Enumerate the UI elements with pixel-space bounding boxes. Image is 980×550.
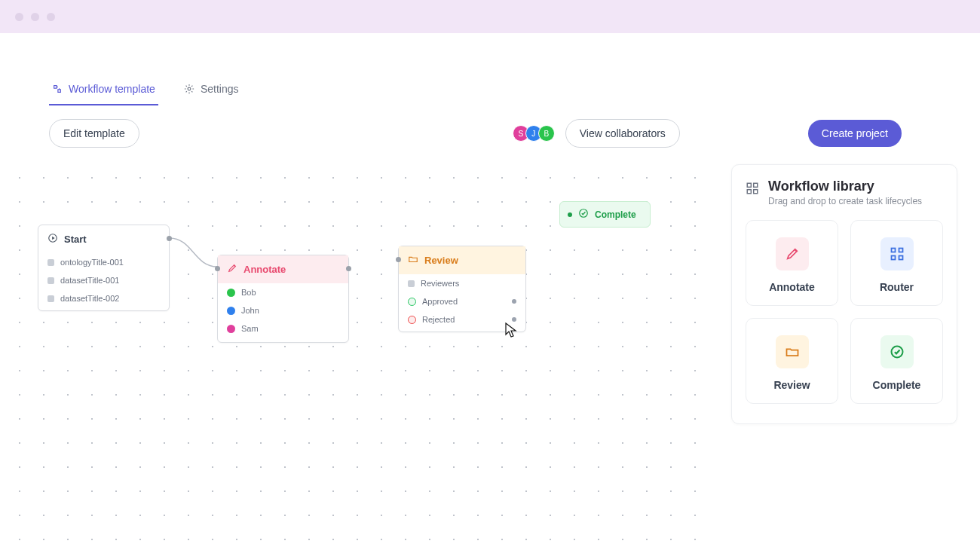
cursor-pointer-icon (505, 322, 517, 341)
library-title: Workflow library (768, 179, 922, 194)
collaborator-avatars: S J B (516, 125, 555, 142)
card-label: Annotate (769, 281, 815, 293)
list-item: datasetTitle-001 (38, 271, 169, 289)
list-item: John (218, 301, 348, 319)
item-label: ontologyTitle-001 (60, 258, 124, 267)
node-start[interactable]: Start ontologyTitle-001 datasetTitle-001… (38, 225, 170, 311)
window-titlebar (0, 0, 980, 33)
traffic-light-close[interactable] (15, 13, 23, 21)
traffic-light-minimize[interactable] (31, 13, 39, 21)
svg-rect-5 (747, 190, 751, 194)
output-port[interactable] (346, 266, 351, 271)
output-port[interactable] (512, 317, 516, 322)
person-name: John (241, 306, 259, 315)
svg-rect-7 (891, 249, 895, 252)
list-item: Sam (218, 319, 348, 342)
tab-label: Workflow template (69, 83, 155, 95)
play-icon (47, 233, 58, 246)
view-collaborators-button[interactable]: View collaborators (565, 119, 680, 148)
library-card-router[interactable]: Router (850, 220, 943, 306)
item-label: Approved (422, 297, 458, 306)
input-port[interactable] (396, 257, 401, 262)
library-card-review[interactable]: Review (746, 318, 838, 404)
item-icon (47, 277, 54, 284)
tab-workflow-template[interactable]: Workflow template (49, 77, 158, 105)
pencil-icon (776, 237, 809, 270)
card-label: Complete (873, 379, 921, 391)
node-review[interactable]: Review Reviewers Approved Rejected (398, 246, 526, 332)
x-icon (408, 316, 416, 324)
library-card-annotate[interactable]: Annotate (746, 220, 838, 306)
tab-label: Settings (201, 83, 239, 95)
library-card-complete[interactable]: Complete (850, 318, 943, 404)
item-icon (47, 295, 54, 302)
avatar[interactable]: B (538, 125, 555, 142)
node-title: Complete (595, 209, 636, 220)
gear-icon (184, 84, 194, 94)
workflow-library-panel: Workflow library Drag and drop to create… (731, 164, 957, 424)
item-label: Reviewers (421, 279, 459, 288)
check-circle-icon (880, 335, 914, 368)
item-icon (408, 280, 415, 287)
list-item: Reviewers (399, 274, 525, 292)
create-project-button[interactable]: Create project (808, 120, 902, 147)
grid-icon (746, 182, 759, 195)
person-dot (227, 325, 235, 333)
library-subtitle: Drag and drop to create task lifecycles (768, 196, 922, 206)
tab-settings[interactable]: Settings (181, 77, 242, 105)
list-item: datasetTitle-002 (38, 289, 169, 310)
item-icon (47, 259, 54, 266)
card-label: Review (773, 379, 810, 391)
check-circle-icon (578, 208, 589, 221)
router-icon (880, 237, 914, 270)
person-name: Sam (241, 324, 259, 333)
folder-icon (408, 254, 418, 267)
item-label: datasetTitle-001 (60, 276, 119, 285)
workflow-canvas[interactable]: Start ontologyTitle-001 datasetTitle-001… (0, 158, 716, 550)
person-name: Bob (241, 288, 256, 297)
list-item: Bob (218, 283, 348, 301)
pencil-icon (227, 263, 237, 276)
svg-rect-4 (754, 183, 758, 187)
check-icon (408, 298, 416, 306)
svg-rect-3 (747, 183, 751, 187)
node-complete[interactable]: Complete (559, 201, 651, 228)
card-label: Router (880, 281, 914, 293)
workflow-icon (52, 84, 63, 94)
svg-point-0 (188, 87, 191, 90)
svg-rect-9 (891, 256, 895, 260)
input-port[interactable] (215, 266, 220, 271)
input-port[interactable] (568, 212, 572, 217)
list-item: Approved (399, 292, 525, 310)
person-dot (227, 289, 235, 297)
item-label: Rejected (422, 315, 455, 324)
edit-template-button[interactable]: Edit template (49, 119, 139, 148)
item-label: datasetTitle-002 (60, 294, 119, 303)
traffic-light-zoom[interactable] (47, 13, 55, 21)
svg-rect-8 (899, 249, 902, 252)
list-item: ontologyTitle-001 (38, 253, 169, 271)
folder-icon (776, 335, 809, 368)
svg-rect-6 (754, 190, 758, 194)
svg-rect-10 (899, 256, 902, 260)
person-dot (227, 307, 235, 315)
output-port[interactable] (167, 236, 172, 241)
node-annotate[interactable]: Annotate Bob John Sam (217, 255, 349, 343)
output-port[interactable] (512, 299, 516, 304)
node-title: Review (424, 255, 458, 266)
node-title: Start (64, 234, 87, 245)
node-title: Annotate (243, 264, 286, 275)
tab-bar: Workflow template Settings (49, 77, 931, 105)
